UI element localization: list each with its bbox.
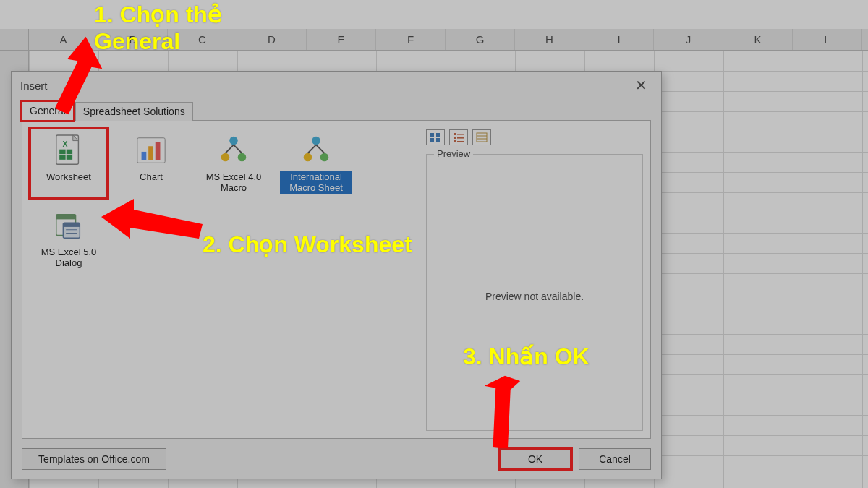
svg-rect-26 [430,133,434,137]
preview-message: Preview not available. [485,291,584,302]
dialog-title: Insert [20,80,48,92]
tab-panel-general: X Worksheet Chart [22,121,651,439]
ok-button[interactable]: OK [499,448,571,470]
svg-point-15 [312,137,320,145]
svg-line-18 [308,145,317,153]
template-label: MS Excel 5.0 Dialog [33,247,105,270]
col-header[interactable]: C [168,29,237,50]
view-mode-buttons [426,128,643,150]
svg-point-10 [229,137,238,145]
view-details-button[interactable] [472,129,491,145]
svg-rect-28 [430,138,434,142]
col-header[interactable]: E [307,29,376,50]
svg-rect-21 [56,215,76,220]
svg-rect-32 [454,137,456,139]
svg-rect-35 [457,141,464,142]
svg-rect-27 [436,133,440,137]
template-label: International Macro Sheet [280,171,352,194]
template-label: Worksheet [44,171,93,184]
svg-rect-36 [477,133,487,142]
chart-icon [133,132,169,168]
dialog-footer: Templates on Office.com OK Cancel [12,439,661,479]
insert-dialog: Insert ✕ General Spreadsheet Solutions [11,71,662,479]
svg-rect-29 [436,138,440,142]
svg-point-12 [238,153,247,162]
close-button[interactable]: ✕ [626,75,655,95]
template-ms-excel-5-dialog[interactable]: MS Excel 5.0 Dialog [30,203,108,274]
preview-label: Preview [434,148,473,159]
svg-rect-34 [454,140,456,142]
col-header[interactable]: B [98,29,168,50]
preview-panel: Preview Preview not available. [426,154,643,431]
view-large-icons-button[interactable] [426,129,445,145]
macro-icon [216,132,252,168]
col-header[interactable]: A [29,29,98,50]
macro-intl-icon [298,132,334,168]
dialog-tabs: General Spreadsheet Solutions [22,99,651,121]
template-list: X Worksheet Chart [30,128,419,431]
template-chart[interactable]: Chart [112,128,190,199]
col-header[interactable]: G [446,29,515,50]
svg-line-14 [234,145,242,153]
template-worksheet[interactable]: X Worksheet [30,128,108,199]
svg-rect-30 [454,133,456,135]
col-header[interactable]: K [723,29,793,50]
worksheet-icon: X [51,132,87,168]
svg-point-11 [221,153,230,162]
select-all-corner[interactable] [0,29,29,50]
col-header[interactable]: H [515,29,584,50]
svg-line-13 [226,145,234,153]
svg-rect-7 [142,152,147,160]
view-list-button[interactable] [449,129,468,145]
svg-rect-23 [63,223,80,227]
col-header[interactable]: D [237,29,307,50]
col-header[interactable]: J [654,29,723,50]
cancel-button[interactable]: Cancel [579,448,651,470]
col-header[interactable]: L [793,29,862,50]
svg-text:X: X [62,140,67,148]
svg-rect-33 [457,137,464,139]
tab-spreadsheet-solutions[interactable]: Spreadsheet Solutions [75,102,193,121]
dialog-sheet-icon [51,207,87,244]
svg-point-17 [320,153,329,162]
col-header[interactable]: I [584,29,654,50]
column-headers-row: A B C D E F G H I J K L [0,29,868,51]
dialog-right-pane: Preview Preview not available. [426,128,643,431]
svg-line-19 [316,145,325,153]
svg-rect-9 [156,142,161,160]
template-international-macro-sheet[interactable]: International Macro Sheet [277,128,355,199]
svg-rect-8 [148,146,153,160]
dialog-titlebar[interactable]: Insert ✕ [12,72,661,99]
template-label: MS Excel 4.0 Macro [197,171,270,194]
svg-point-16 [304,153,312,162]
template-ms-excel-4-macro[interactable]: MS Excel 4.0 Macro [195,128,273,199]
tab-general[interactable]: General [22,101,74,121]
template-label: Chart [137,171,165,184]
svg-rect-31 [457,134,464,135]
col-header[interactable]: F [376,29,446,50]
templates-office-button[interactable]: Templates on Office.com [22,448,166,470]
